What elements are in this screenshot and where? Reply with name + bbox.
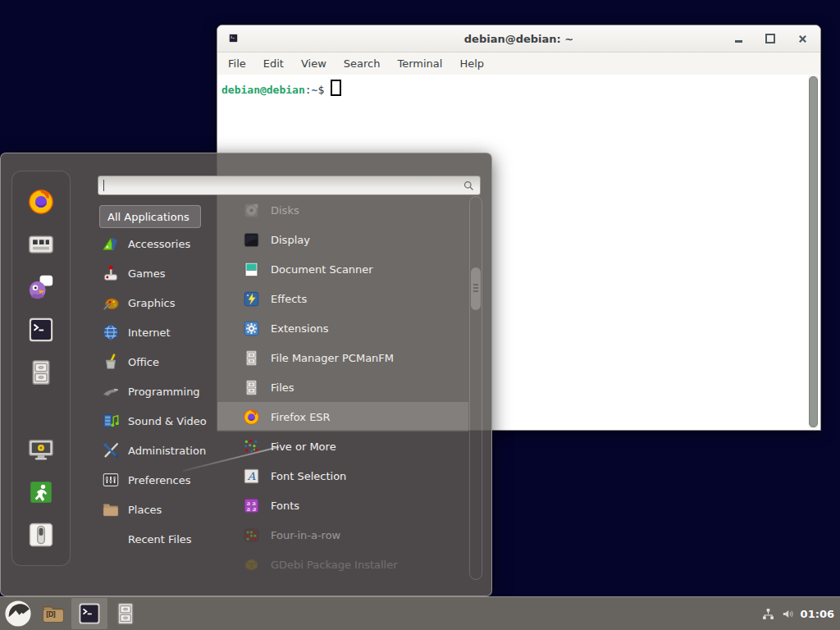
- category-item[interactable]: Programming: [99, 377, 222, 406]
- terminal-window-title: debian@debian: ~: [464, 33, 573, 45]
- maximize-button[interactable]: [765, 34, 775, 43]
- firefox-icon[interactable]: [27, 188, 55, 216]
- terminal-menu-item[interactable]: Search: [344, 57, 381, 70]
- application-label: Files: [271, 381, 294, 394]
- close-button[interactable]: [798, 34, 807, 43]
- all-applications-label: All Applications: [107, 211, 189, 223]
- application-list-item[interactable]: Four-in-a-row: [217, 520, 468, 550]
- accessories-icon: [102, 235, 120, 253]
- category-item[interactable]: Office: [99, 347, 222, 377]
- terminal-menubar: FileEditViewSearchTerminalHelp: [217, 52, 820, 75]
- terminal-menu-item[interactable]: Edit: [263, 57, 284, 70]
- menu-search-bar[interactable]: [98, 176, 481, 195]
- category-item[interactable]: Accessories: [99, 229, 222, 258]
- clock[interactable]: 01:06: [801, 608, 834, 620]
- menu-button[interactable]: [4, 600, 32, 628]
- application-label: Effects: [271, 293, 307, 305]
- search-caret: [103, 180, 104, 191]
- office-icon: [102, 353, 120, 371]
- font-selection-icon: A: [243, 468, 260, 485]
- application-list-item[interactable]: GDebi Package Installer: [217, 550, 468, 579]
- fonts-icon: aaaa: [243, 497, 260, 514]
- category-item[interactable]: Places: [99, 495, 222, 524]
- terminal-menu-item[interactable]: Help: [459, 57, 484, 70]
- favorites-sidebar: [11, 171, 71, 566]
- terminal-icon: [77, 601, 102, 626]
- volume-icon[interactable]: [781, 607, 795, 621]
- pidgin-icon[interactable]: [27, 273, 55, 301]
- category-item[interactable]: Administration: [99, 436, 222, 465]
- application-list-item[interactable]: Five or More: [217, 431, 468, 461]
- category-item[interactable]: Preferences: [99, 465, 222, 495]
- terminal-titlebar[interactable]: debian@debian: ~: [217, 25, 820, 52]
- category-label: Games: [128, 267, 165, 280]
- favorites-top-group: [27, 188, 55, 386]
- minimize-button[interactable]: [735, 40, 742, 43]
- prompt-colon: :: [305, 84, 312, 96]
- administration-icon: [102, 441, 120, 459]
- terminal-icon[interactable]: [27, 316, 55, 344]
- application-list-item[interactable]: Effects: [217, 284, 468, 313]
- taskbar-window-buttons: [D]: [35, 598, 144, 629]
- application-label: Extensions: [271, 322, 329, 335]
- application-label: Four-in-a-row: [271, 529, 340, 541]
- application-list-item[interactable]: Display: [217, 225, 468, 254]
- taskbar-window-button[interactable]: [71, 598, 107, 629]
- terminal-scrollbar-thumb[interactable]: [809, 76, 818, 427]
- files-icon: [243, 379, 260, 396]
- search-icon: [463, 180, 475, 192]
- category-label: Preferences: [128, 474, 190, 486]
- application-list-item[interactable]: Document Scanner: [217, 254, 468, 284]
- logout-icon[interactable]: [27, 478, 55, 506]
- gdebi-icon: [243, 556, 260, 573]
- application-list-item[interactable]: Disks: [217, 195, 468, 225]
- taskbar-window-button[interactable]: [D]: [35, 598, 71, 629]
- prompt-dollar: $: [317, 84, 324, 96]
- application-list-item[interactable]: Firefox ESR: [217, 402, 468, 431]
- application-label: Fonts: [271, 500, 299, 512]
- application-label: GDebi Package Installer: [271, 559, 398, 571]
- network-icon[interactable]: [761, 607, 775, 621]
- tweaks-icon[interactable]: [27, 231, 55, 258]
- four-in-a-row-icon: [243, 527, 260, 544]
- category-label: Places: [128, 504, 162, 516]
- application-label: Document Scanner: [271, 263, 373, 276]
- category-label: Accessories: [128, 238, 190, 250]
- application-list-item[interactable]: Files: [217, 372, 468, 402]
- terminal-menu-item[interactable]: File: [228, 57, 246, 70]
- category-item[interactable]: Internet: [99, 317, 222, 347]
- all-applications-button[interactable]: All Applications: [99, 205, 201, 228]
- places-icon: [102, 500, 120, 518]
- window-controls: [735, 25, 807, 52]
- category-label: Recent Files: [128, 533, 192, 546]
- folder-icon: [41, 601, 66, 626]
- application-label: Firefox ESR: [271, 411, 331, 423]
- category-label: Office: [128, 356, 159, 368]
- application-list-scrollbar[interactable]: [469, 196, 482, 580]
- taskbar-window-button[interactable]: [107, 598, 144, 629]
- application-menu: debian All Applications Accessories: [0, 153, 492, 596]
- terminal-menu-item[interactable]: Terminal: [397, 57, 442, 70]
- category-item[interactable]: Games: [99, 258, 222, 288]
- application-list-item[interactable]: A Font Selection: [217, 461, 468, 491]
- terminal-scrollbar[interactable]: [809, 75, 818, 428]
- category-item[interactable]: Sound & Video: [99, 406, 222, 436]
- programming-icon: [102, 382, 120, 400]
- application-list-item[interactable]: Extensions: [217, 313, 468, 343]
- lock-screen-icon[interactable]: [27, 436, 55, 463]
- category-item[interactable]: Recent Files: [99, 524, 222, 554]
- search-input[interactable]: [106, 178, 463, 193]
- cabinet-icon[interactable]: [27, 358, 55, 386]
- terminal-menu-item[interactable]: View: [301, 57, 326, 70]
- category-item[interactable]: Graphics: [99, 288, 222, 317]
- internet-icon: [102, 323, 120, 341]
- application-list-item[interactable]: File Manager PCManFM: [217, 343, 468, 372]
- application-list-scrollbar-thumb[interactable]: [471, 267, 481, 310]
- favorites-session-group: [27, 436, 55, 549]
- document-scanner-icon: [243, 261, 260, 278]
- graphics-icon: [102, 294, 120, 312]
- application-label: Display: [271, 234, 310, 246]
- application-list-item[interactable]: aaaa Fonts: [217, 491, 468, 520]
- shutdown-icon[interactable]: [27, 521, 55, 549]
- category-label: Programming: [128, 386, 200, 398]
